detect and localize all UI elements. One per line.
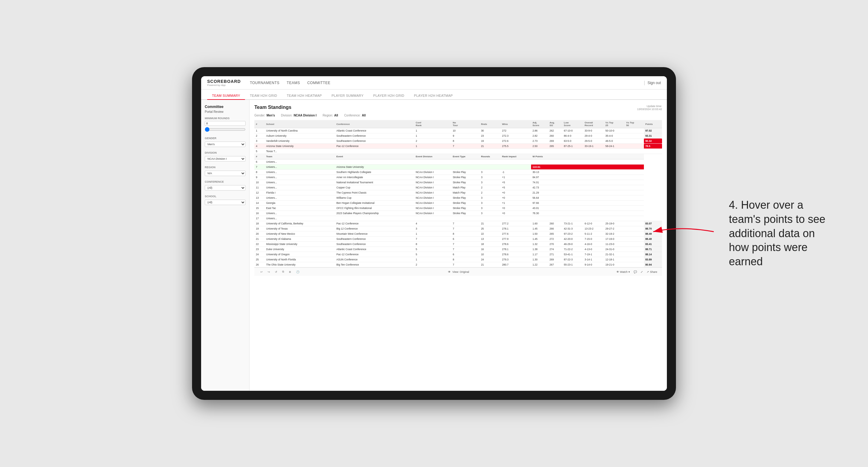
col-avg-sg: Avg.SG — [548, 120, 562, 128]
col-no-tour: NoTour — [451, 120, 480, 128]
tab-player-h2h-heatmap[interactable]: PLAYER H2H HEATMAP — [409, 92, 458, 100]
table-row[interactable]: 3 Vanderbilt University Southeastern Con… — [254, 138, 662, 144]
reset-button[interactable]: ↺ — [274, 270, 279, 274]
portal-subtitle: Portal Review — [205, 110, 246, 114]
points-cell-2[interactable]: 93.31 — [644, 133, 662, 138]
division-select[interactable]: NCAA Division I NCAA Division II — [205, 156, 246, 161]
table-row[interactable]: 1 University of North Carolina Atlantic … — [254, 128, 662, 133]
min-rounds-input[interactable] — [205, 121, 246, 126]
undo-button[interactable]: ↩ — [259, 270, 264, 274]
watch-icon: 👁 — [616, 271, 619, 273]
table-row[interactable]: 8 Univers... Southern Highlands Collegia… — [254, 170, 662, 175]
table-row[interactable]: 4 Arizona State University Pac-12 Confer… — [254, 144, 662, 149]
table-row[interactable]: 21 University of Alabama Southeastern Co… — [254, 237, 662, 242]
col-adj-score: Adj.Score — [531, 120, 548, 128]
table-row[interactable]: 16 Univers... 2023 Sahalee Players Champ… — [254, 211, 662, 216]
tab-team-summary[interactable]: TEAM SUMMARY — [207, 92, 245, 100]
copy-button[interactable]: ⧉ — [281, 270, 285, 274]
tab-bar: TEAM SUMMARY TEAM H2H GRID TEAM H2H HEAT… — [201, 90, 667, 100]
table-row[interactable]: 10 Univers... National Invitational Tour… — [254, 180, 662, 185]
col-rnds: Rnds — [479, 120, 500, 128]
watch-button[interactable]: 👁 Watch ▾ — [616, 271, 630, 273]
table-row[interactable]: 24 University of Oregon Pac-12 Conferenc… — [254, 252, 662, 257]
table-row[interactable]: 13 Univers... Williams Cup NCAA Division… — [254, 195, 662, 200]
table-row[interactable]: 7 Univers... Arizona State University 11… — [254, 164, 662, 170]
event-detail-header: # Team Event Event Division Event Type R… — [254, 154, 662, 159]
filter-division: Division: NCAA Division I — [281, 114, 317, 117]
top-nav: SCOREBOARD Powered by clipp TOURNAMENTS … — [201, 76, 667, 90]
table-row[interactable]: 18 University of California, Berkeley Pa… — [254, 221, 662, 226]
tab-player-h2h-grid[interactable]: PLAYER H2H GRID — [368, 92, 409, 100]
update-time: Update time: 13/03/2024 10:03:42 — [637, 105, 662, 111]
conference-select[interactable]: (All) — [205, 185, 246, 191]
toolbar-left: ↩ ↪ ↺ ⧉ ⊕ 🕐 — [259, 270, 301, 274]
col-vs-top25: Vs Top25 — [604, 120, 625, 128]
share-icon: ↗ — [647, 271, 649, 273]
tablet-screen: SCOREBOARD Powered by clipp TOURNAMENTS … — [201, 76, 667, 391]
table-row[interactable]: 5 Texas T... — [254, 149, 662, 154]
annotation-arrow — [650, 220, 717, 244]
sidebar-conference-label: Conference — [205, 180, 246, 183]
table-row[interactable]: 2 Auburn University Southeastern Confere… — [254, 133, 662, 138]
table-row[interactable]: 6 Univers... — [254, 159, 662, 164]
annotation-container: 4. Hover over a team's points to see add… — [729, 198, 838, 269]
logo-sub: Powered by clipp — [207, 84, 241, 87]
table-row[interactable]: 20 University of New Mexico Mountain Wes… — [254, 231, 662, 237]
comment-button[interactable]: 💬 — [633, 271, 637, 273]
sidebar-gender: Gender Men's Women's — [205, 137, 246, 147]
gender-select[interactable]: Men's Women's — [205, 142, 246, 147]
table-row[interactable]: 14 Georgia Ben Hogan Collegiate Invitati… — [254, 200, 662, 206]
filter-row: Gender: Men's Division: NCAA Division I … — [254, 114, 662, 117]
table-header-row: # School Conference ConfRank NoTour Rnds… — [254, 120, 662, 128]
min-rounds-slider[interactable] — [205, 127, 246, 132]
table-row[interactable]: 19 University of Texas Big 12 Conference… — [254, 226, 662, 231]
table-row[interactable]: 23 Duke University Atlantic Coast Confer… — [254, 247, 662, 252]
table-row[interactable]: 9 Univers... Amer An Intercollegiate NCA… — [254, 175, 662, 180]
points-cell-23[interactable]: 88.71 — [644, 247, 662, 252]
redo-button[interactable]: ↪ — [267, 270, 271, 274]
points-cell-3[interactable]: 90.32 — [644, 138, 662, 144]
col-conference: Conference — [335, 120, 414, 128]
table-row[interactable]: 15 East Tac OFCC Fighting Illini Invitat… — [254, 206, 662, 211]
filter-conference: Conference: All — [344, 114, 366, 117]
sidebar-min-rounds-label: Minimum Rounds — [205, 117, 246, 120]
points-cell-25[interactable]: 83.89 — [644, 257, 662, 262]
col-overall: OverallRecord — [583, 120, 604, 128]
content-panel: Team Standings Update time: 13/03/2024 1… — [249, 100, 667, 391]
col-school: School — [265, 120, 335, 128]
expand-button[interactable]: ⤢ — [641, 271, 643, 273]
points-cell-4[interactable]: 78.5 — [644, 144, 662, 149]
sidebar-gender-label: Gender — [205, 137, 246, 140]
sign-out-link[interactable]: Sign out — [648, 81, 661, 85]
tablet-shell: SCOREBOARD Powered by clipp TOURNAMENTS … — [192, 67, 676, 400]
paste-button[interactable]: ⊕ — [288, 270, 292, 274]
nav-committee[interactable]: COMMITTEE — [307, 80, 331, 86]
table-row[interactable]: 25 University of North Florida ASUN Conf… — [254, 257, 662, 262]
school-select[interactable]: (All) — [205, 199, 246, 205]
table-row[interactable]: 22 Mississippi State University Southeas… — [254, 242, 662, 247]
bottom-toolbar: ↩ ↪ ↺ ⧉ ⊕ 🕐 👁 View: Original 👁 — [254, 268, 662, 276]
tab-team-h2h-grid[interactable]: TEAM H2H GRID — [245, 92, 282, 100]
region-select[interactable]: N/A All — [205, 170, 246, 176]
nav-tournaments[interactable]: TOURNAMENTS — [250, 80, 279, 86]
points-cell-1[interactable]: 97.02 — [644, 128, 662, 133]
chevron-down-icon: ▾ — [628, 271, 630, 273]
table-row[interactable]: 17 Univers... — [254, 216, 662, 221]
sidebar-division-label: Division — [205, 151, 246, 154]
tab-team-h2h-heatmap[interactable]: TEAM H2H HEATMAP — [282, 92, 327, 100]
sidebar-division: Division NCAA Division I NCAA Division I… — [205, 151, 246, 161]
points-cell-26[interactable]: 80.94 — [644, 262, 662, 268]
table-row[interactable]: 26 The Ohio State University Big Ten Con… — [254, 262, 662, 268]
col-vs-top50: Vs Top50 — [625, 120, 644, 128]
info-button[interactable]: 🕐 — [295, 270, 301, 274]
nav-items: TOURNAMENTS TEAMS COMMITTEE — [250, 80, 644, 86]
points-cell-24[interactable]: 88.14 — [644, 252, 662, 257]
filter-region: Region: All — [323, 114, 338, 117]
view-original-button[interactable]: View: Original — [453, 271, 469, 273]
share-button[interactable]: ↗ Share — [647, 271, 657, 273]
tab-player-summary[interactable]: PLAYER SUMMARY — [327, 92, 368, 100]
table-row[interactable]: 11 Univers... Copper Cup NCAA Division I… — [254, 185, 662, 190]
table-row[interactable]: 12 Florida I The Cypress Point Classic N… — [254, 190, 662, 195]
nav-teams[interactable]: TEAMS — [287, 80, 300, 86]
main-content: Committee Portal Review Minimum Rounds G… — [201, 100, 667, 391]
